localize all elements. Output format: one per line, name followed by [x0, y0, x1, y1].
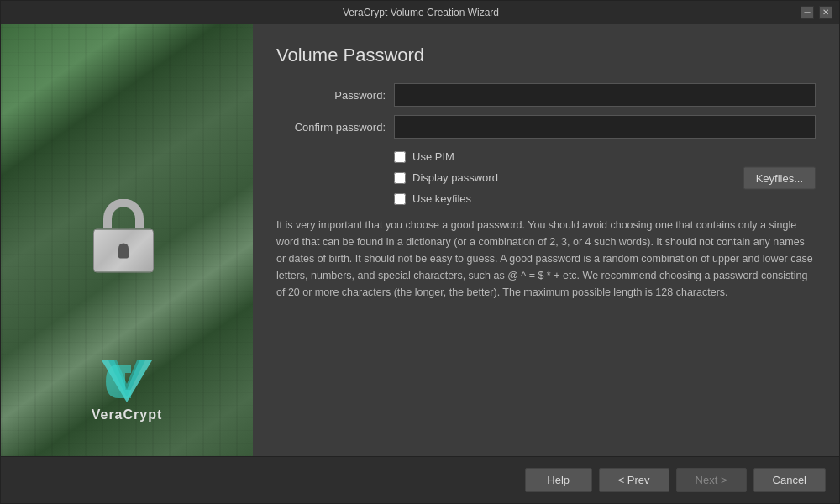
use-keyfiles-label[interactable]: Use keyfiles [412, 192, 471, 205]
info-text: It is very important that you choose a g… [276, 217, 816, 456]
password-row: Password: [276, 83, 816, 107]
use-pim-label[interactable]: Use PIM [412, 150, 454, 163]
confirm-password-label: Confirm password: [276, 121, 386, 134]
use-pim-checkbox[interactable] [394, 151, 406, 163]
confirm-password-input[interactable] [394, 115, 816, 139]
confirm-password-row: Confirm password: [276, 115, 816, 139]
display-password-label[interactable]: Display password [412, 171, 498, 184]
padlock-keyhole [118, 244, 129, 259]
password-label: Password: [276, 89, 386, 102]
close-button[interactable]: ✕ [819, 6, 832, 19]
form-section: Password: Confirm password: [276, 83, 816, 139]
checkboxes-section: Use PIM Display password Use keyfiles Ke… [276, 150, 816, 205]
right-panel: Volume Password Password: Confirm passwo… [253, 24, 839, 456]
use-pim-row: Use PIM [394, 150, 816, 163]
prev-button[interactable]: < Prev [599, 468, 669, 492]
use-keyfiles-checkbox[interactable] [394, 193, 406, 205]
window-controls: ─ ✕ [801, 6, 832, 19]
display-password-checkbox[interactable] [394, 172, 406, 184]
veracrypt-logo-mark [102, 360, 152, 402]
title-bar: VeraCrypt Volume Creation Wizard ─ ✕ [1, 1, 839, 24]
padlock-illustration [90, 199, 157, 275]
window-title: VeraCrypt Volume Creation Wizard [41, 7, 801, 18]
cancel-button[interactable]: Cancel [753, 468, 826, 492]
next-button[interactable]: Next > [676, 468, 747, 492]
minimize-button[interactable]: ─ [801, 6, 814, 19]
content-area: VeraCrypt Volume Password Password: Conf… [1, 24, 839, 456]
padlock-body [93, 229, 154, 273]
help-button[interactable]: Help [525, 468, 592, 492]
padlock-shackle [103, 199, 144, 229]
password-input[interactable] [394, 83, 816, 107]
veracrypt-logo-text: VeraCrypt [92, 407, 163, 423]
bottom-bar: Help < Prev Next > Cancel [1, 456, 839, 503]
left-panel: VeraCrypt [1, 24, 253, 456]
page-title: Volume Password [276, 45, 816, 66]
veracrypt-logo: VeraCrypt [1, 360, 253, 423]
main-window: VeraCrypt Volume Creation Wizard ─ ✕ [0, 0, 840, 504]
use-keyfiles-row: Use keyfiles [394, 192, 816, 205]
keyfiles-button[interactable]: Keyfiles... [743, 166, 816, 189]
